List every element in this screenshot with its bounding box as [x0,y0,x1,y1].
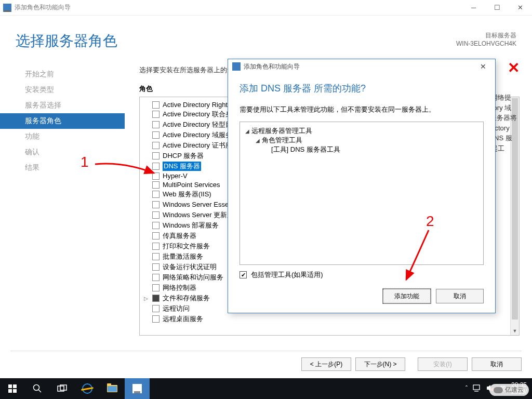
tree-item[interactable]: ◢远程服务器管理工具 [245,126,478,136]
wizard-footer: < 上一步(P) 下一步(N) > 安装(I) 取消 [301,357,522,371]
close-button[interactable]: ✕ [509,0,532,16]
dialog-title-bar: 添加角色和功能向导 ✕ [228,59,495,74]
server-manager-icon [232,62,241,71]
checkbox-icon[interactable] [152,181,159,189]
target-label: 目标服务器 [456,31,516,40]
annotation-arrow-2 [400,228,436,287]
checkbox-icon[interactable] [152,243,159,250]
taskbar: ˆ 英 20:35 2019/ [0,378,532,399]
taskbar-explorer[interactable] [100,378,125,399]
taskbar-server-manager[interactable] [125,378,150,399]
checkbox-icon[interactable] [152,121,159,128]
maximize-button[interactable]: ☐ [485,0,509,16]
next-button[interactable]: 下一步(N) > [355,357,405,371]
checkbox-icon[interactable] [152,305,159,312]
server-manager-icon [3,4,11,12]
annotation-arrow-1 [92,159,160,182]
tree-item[interactable]: ◢角色管理工具 [256,136,478,145]
checkbox-icon[interactable] [152,101,159,109]
footer-divider [10,351,522,351]
annotation-marker-1: 1 [81,154,89,170]
checkbox-icon[interactable] [152,222,159,229]
tree-item[interactable]: [工具] DNS 服务器工具 [271,145,478,154]
checkbox-icon[interactable] [152,131,159,139]
task-view-button[interactable] [50,378,75,399]
folder-icon [107,385,117,392]
svg-rect-2 [8,389,12,393]
features-tree: ◢远程服务器管理工具 ◢角色管理工具 [工具] DNS 服务器工具 [240,122,484,265]
target-value: WIN-3ELOHVGCH4K [456,40,516,47]
dialog-close-button[interactable]: ✕ [475,62,491,71]
checkbox-icon[interactable] [152,315,159,323]
dialog-cancel-button[interactable]: 取消 [436,289,484,303]
server-manager-icon [132,384,142,393]
minimize-button[interactable]: ─ [462,0,485,16]
window-title: 添加角色和功能向导 [15,3,71,12]
annotation-x: ✕ [508,59,520,76]
watermark-text: 亿速云 [505,385,524,394]
checkbox-icon[interactable] [152,253,159,260]
start-button[interactable] [0,378,25,399]
nav-installation-type[interactable]: 安装类型 [0,82,125,98]
dialog-info: 需要使用以下工具来管理此功能，但不需要安装在同一服务器上。 [240,105,484,114]
expand-icon[interactable]: ▷ [144,296,148,301]
cancel-button[interactable]: 取消 [472,357,522,371]
nav-confirmation[interactable]: 确认 [0,144,125,160]
nav-server-selection[interactable]: 服务器选择 [0,98,125,113]
include-tools-label: 包括管理工具(如果适用) [251,270,323,280]
cloud-icon [494,387,503,393]
checkbox-icon[interactable] [152,191,159,198]
checkbox-icon[interactable] [152,211,159,219]
checkbox-icon[interactable] [152,232,159,240]
role-item[interactable]: 远程桌面服务 [142,314,517,324]
checkbox-partial-icon[interactable] [152,295,159,302]
dialog-title: 添加角色和功能向导 [244,62,300,71]
svg-rect-0 [8,384,12,388]
wizard-nav: 开始之前 安装类型 服务器选择 服务器角色 功能 确认 结果 [0,56,125,347]
add-features-dialog: 添加角色和功能向导 ✕ 添加 DNS 服务器 所需的功能? 需要使用以下工具来管… [228,59,496,313]
tree-expand-icon[interactable]: ◢ [245,128,249,134]
checkbox-icon[interactable] [152,274,159,281]
page-title: 选择服务器角色 [16,31,456,51]
checkbox-icon[interactable] [152,284,159,291]
checkbox-checked-icon[interactable]: ✔ [240,271,247,278]
watermark: 亿速云 [489,384,529,396]
checkbox-icon[interactable] [152,152,159,159]
svg-rect-1 [13,384,17,388]
svg-rect-3 [13,389,17,393]
checkbox-icon[interactable] [152,263,159,271]
checkbox-icon[interactable] [152,142,159,149]
svg-line-5 [38,390,41,392]
install-button: 安装(I) [418,357,468,371]
nav-features[interactable]: 功能 [0,129,125,144]
include-tools-option[interactable]: ✔ 包括管理工具(如果适用) [240,270,484,280]
add-features-button[interactable]: 添加功能 [383,289,431,303]
tray-chevron-icon[interactable]: ˆ [466,385,468,392]
search-button[interactable] [25,378,50,399]
checkbox-icon[interactable] [152,201,159,208]
taskbar-ie[interactable] [75,378,100,399]
wizard-header: 选择服务器角色 目标服务器 WIN-3ELOHVGCH4K [0,16,532,56]
window-title-bar: 添加角色和功能向导 ─ ☐ ✕ [0,0,532,16]
svg-point-4 [34,385,39,391]
nav-before-you-begin[interactable]: 开始之前 [0,66,125,82]
nav-server-roles[interactable]: 服务器角色 [0,113,125,129]
previous-button[interactable]: < 上一步(P) [301,357,351,371]
checkbox-icon[interactable] [152,111,159,118]
scroll-down-icon[interactable]: ▼ [511,326,519,335]
target-server-info: 目标服务器 WIN-3ELOHVGCH4K [456,31,516,47]
tray-network-icon[interactable] [473,384,481,393]
dialog-heading: 添加 DNS 服务器 所需的功能? [240,82,484,95]
ie-icon [82,383,92,394]
tree-expand-icon[interactable]: ◢ [256,138,260,143]
svg-rect-8 [473,385,480,390]
